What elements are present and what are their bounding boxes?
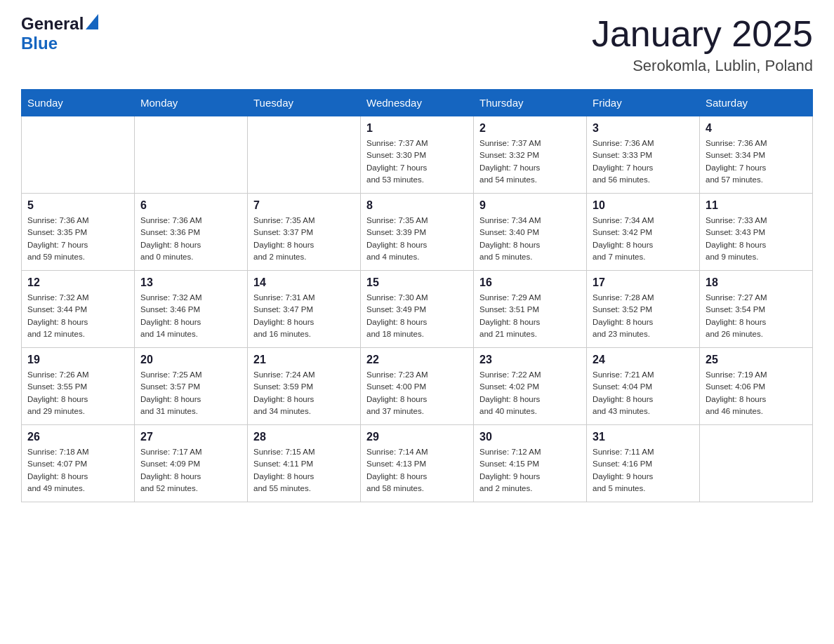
day-info: Sunrise: 7:21 AMSunset: 4:04 PMDaylight:… — [593, 369, 694, 417]
day-info: Sunrise: 7:35 AMSunset: 3:37 PMDaylight:… — [253, 215, 355, 263]
calendar-cell: 16Sunrise: 7:29 AMSunset: 3:51 PMDayligh… — [474, 271, 587, 348]
day-number: 10 — [593, 199, 694, 212]
day-number: 11 — [706, 199, 807, 212]
day-number: 27 — [140, 431, 241, 443]
calendar-cell: 31Sunrise: 7:11 AMSunset: 4:16 PMDayligh… — [587, 425, 700, 502]
calendar-week-5: 26Sunrise: 7:18 AMSunset: 4:07 PMDayligh… — [22, 425, 813, 502]
day-info: Sunrise: 7:24 AMSunset: 3:59 PMDaylight:… — [253, 369, 355, 417]
logo-general-text: General — [21, 14, 84, 34]
day-info: Sunrise: 7:19 AMSunset: 4:06 PMDaylight:… — [706, 369, 807, 417]
day-info: Sunrise: 7:12 AMSunset: 4:15 PMDaylight:… — [479, 446, 581, 495]
day-info: Sunrise: 7:37 AMSunset: 3:30 PMDaylight:… — [366, 137, 468, 186]
day-number: 12 — [27, 276, 128, 289]
calendar-cell: 25Sunrise: 7:19 AMSunset: 4:06 PMDayligh… — [700, 348, 813, 425]
day-number: 28 — [253, 431, 355, 443]
calendar-cell: 24Sunrise: 7:21 AMSunset: 4:04 PMDayligh… — [587, 348, 700, 425]
calendar-cell: 14Sunrise: 7:31 AMSunset: 3:47 PMDayligh… — [248, 271, 361, 348]
day-number: 2 — [479, 122, 581, 135]
calendar-cell — [135, 116, 248, 194]
calendar-cell: 15Sunrise: 7:30 AMSunset: 3:49 PMDayligh… — [361, 271, 474, 348]
day-info: Sunrise: 7:28 AMSunset: 3:52 PMDaylight:… — [593, 292, 694, 340]
calendar-cell: 30Sunrise: 7:12 AMSunset: 4:15 PMDayligh… — [474, 425, 587, 502]
day-info: Sunrise: 7:15 AMSunset: 4:11 PMDaylight:… — [253, 446, 355, 495]
title-section: January 2025 Serokomla, Lublin, Poland — [592, 14, 813, 75]
calendar-cell: 4Sunrise: 7:36 AMSunset: 3:34 PMDaylight… — [700, 116, 813, 194]
calendar-cell: 5Sunrise: 7:36 AMSunset: 3:35 PMDaylight… — [22, 194, 135, 271]
day-info: Sunrise: 7:37 AMSunset: 3:32 PMDaylight:… — [479, 137, 581, 186]
calendar-cell: 10Sunrise: 7:34 AMSunset: 3:42 PMDayligh… — [587, 194, 700, 271]
day-info: Sunrise: 7:23 AMSunset: 4:00 PMDaylight:… — [366, 369, 468, 417]
day-number: 3 — [593, 122, 694, 135]
day-number: 4 — [706, 122, 807, 135]
calendar-title: January 2025 — [592, 14, 813, 54]
calendar-cell: 20Sunrise: 7:25 AMSunset: 3:57 PMDayligh… — [135, 348, 248, 425]
calendar-cell — [248, 116, 361, 194]
calendar-cell: 19Sunrise: 7:26 AMSunset: 3:55 PMDayligh… — [22, 348, 135, 425]
day-number: 6 — [140, 199, 241, 212]
day-info: Sunrise: 7:36 AMSunset: 3:33 PMDaylight:… — [593, 137, 694, 186]
header-thursday: Thursday — [474, 90, 587, 116]
calendar-cell: 27Sunrise: 7:17 AMSunset: 4:09 PMDayligh… — [135, 425, 248, 502]
calendar-cell: 1Sunrise: 7:37 AMSunset: 3:30 PMDaylight… — [361, 116, 474, 194]
day-info: Sunrise: 7:29 AMSunset: 3:51 PMDaylight:… — [479, 292, 581, 340]
calendar-cell: 21Sunrise: 7:24 AMSunset: 3:59 PMDayligh… — [248, 348, 361, 425]
day-number: 18 — [706, 276, 807, 289]
day-number: 5 — [27, 199, 128, 212]
calendar-week-1: 1Sunrise: 7:37 AMSunset: 3:30 PMDaylight… — [22, 116, 813, 194]
day-info: Sunrise: 7:30 AMSunset: 3:49 PMDaylight:… — [366, 292, 468, 340]
header-saturday: Saturday — [700, 90, 813, 116]
day-info: Sunrise: 7:32 AMSunset: 3:44 PMDaylight:… — [27, 292, 128, 340]
header-wednesday: Wednesday — [361, 90, 474, 116]
day-number: 26 — [27, 431, 128, 443]
day-number: 8 — [366, 199, 468, 212]
calendar-week-3: 12Sunrise: 7:32 AMSunset: 3:44 PMDayligh… — [22, 271, 813, 348]
calendar-cell: 9Sunrise: 7:34 AMSunset: 3:40 PMDaylight… — [474, 194, 587, 271]
header-sunday: Sunday — [22, 90, 135, 116]
calendar-cell: 28Sunrise: 7:15 AMSunset: 4:11 PMDayligh… — [248, 425, 361, 502]
day-number: 25 — [706, 354, 807, 366]
day-number: 23 — [479, 354, 581, 366]
calendar-cell — [700, 425, 813, 502]
day-number: 17 — [593, 276, 694, 289]
logo-blue-text: Blue — [21, 34, 58, 53]
calendar-cell: 26Sunrise: 7:18 AMSunset: 4:07 PMDayligh… — [22, 425, 135, 502]
day-info: Sunrise: 7:27 AMSunset: 3:54 PMDaylight:… — [706, 292, 807, 340]
calendar-cell: 17Sunrise: 7:28 AMSunset: 3:52 PMDayligh… — [587, 271, 700, 348]
day-info: Sunrise: 7:26 AMSunset: 3:55 PMDaylight:… — [27, 369, 128, 417]
day-number: 15 — [366, 276, 468, 289]
calendar-cell: 11Sunrise: 7:33 AMSunset: 3:43 PMDayligh… — [700, 194, 813, 271]
header-friday: Friday — [587, 90, 700, 116]
calendar-cell: 2Sunrise: 7:37 AMSunset: 3:32 PMDaylight… — [474, 116, 587, 194]
day-info: Sunrise: 7:22 AMSunset: 4:02 PMDaylight:… — [479, 369, 581, 417]
day-info: Sunrise: 7:31 AMSunset: 3:47 PMDaylight:… — [253, 292, 355, 340]
calendar-cell: 6Sunrise: 7:36 AMSunset: 3:36 PMDaylight… — [135, 194, 248, 271]
calendar-cell: 23Sunrise: 7:22 AMSunset: 4:02 PMDayligh… — [474, 348, 587, 425]
day-number: 7 — [253, 199, 355, 212]
day-number: 1 — [366, 122, 468, 135]
header-tuesday: Tuesday — [248, 90, 361, 116]
calendar-cell: 8Sunrise: 7:35 AMSunset: 3:39 PMDaylight… — [361, 194, 474, 271]
calendar-cell: 29Sunrise: 7:14 AMSunset: 4:13 PMDayligh… — [361, 425, 474, 502]
day-info: Sunrise: 7:32 AMSunset: 3:46 PMDaylight:… — [140, 292, 241, 340]
day-number: 22 — [366, 354, 468, 366]
day-info: Sunrise: 7:14 AMSunset: 4:13 PMDaylight:… — [366, 446, 468, 495]
day-info: Sunrise: 7:36 AMSunset: 3:35 PMDaylight:… — [27, 215, 128, 263]
header-monday: Monday — [135, 90, 248, 116]
calendar-week-4: 19Sunrise: 7:26 AMSunset: 3:55 PMDayligh… — [22, 348, 813, 425]
day-number: 9 — [479, 199, 581, 212]
calendar-subtitle: Serokomla, Lublin, Poland — [592, 57, 813, 75]
logo: General Blue — [21, 14, 98, 53]
day-info: Sunrise: 7:35 AMSunset: 3:39 PMDaylight:… — [366, 215, 468, 263]
calendar-cell — [22, 116, 135, 194]
page-header: General Blue January 2025 Serokomla, Lub… — [21, 14, 813, 75]
day-info: Sunrise: 7:36 AMSunset: 3:36 PMDaylight:… — [140, 215, 241, 263]
calendar-cell: 22Sunrise: 7:23 AMSunset: 4:00 PMDayligh… — [361, 348, 474, 425]
day-info: Sunrise: 7:33 AMSunset: 3:43 PMDaylight:… — [706, 215, 807, 263]
day-number: 19 — [27, 354, 128, 366]
day-info: Sunrise: 7:18 AMSunset: 4:07 PMDaylight:… — [27, 446, 128, 495]
day-number: 21 — [253, 354, 355, 366]
day-info: Sunrise: 7:34 AMSunset: 3:40 PMDaylight:… — [479, 215, 581, 263]
weekday-header-row: SundayMondayTuesdayWednesdayThursdayFrid… — [22, 90, 813, 116]
calendar-week-2: 5Sunrise: 7:36 AMSunset: 3:35 PMDaylight… — [22, 194, 813, 271]
day-number: 14 — [253, 276, 355, 289]
